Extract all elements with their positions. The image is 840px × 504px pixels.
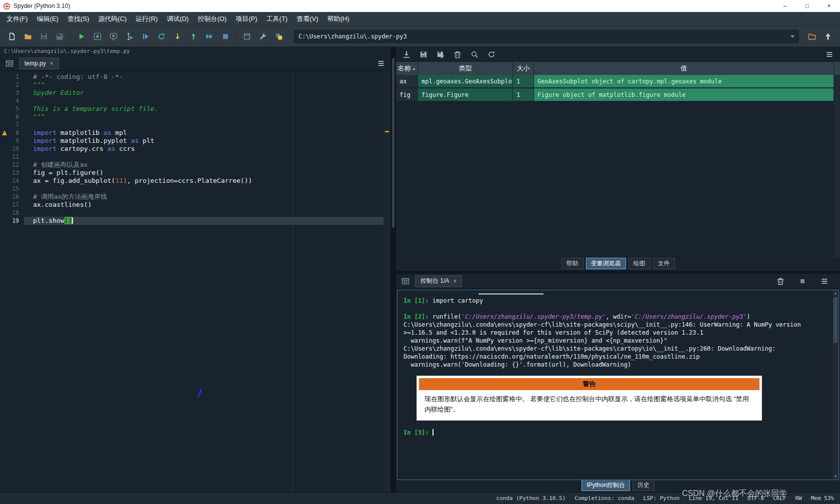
console-options-menu-icon[interactable] — [817, 275, 832, 288]
column-header[interactable]: 大小 — [513, 62, 534, 75]
editor-line[interactable]: 13fig = plt.figure() — [0, 169, 384, 177]
open-file-icon[interactable] — [20, 29, 36, 44]
close-button[interactable]: × — [818, 0, 840, 12]
line-number-gutter[interactable]: 11 — [0, 153, 24, 161]
search-variable-icon[interactable] — [467, 48, 482, 61]
preferences-icon[interactable] — [255, 29, 271, 44]
editor-line[interactable]: 19plt.show() — [0, 217, 384, 225]
save-data-icon[interactable] — [416, 48, 431, 61]
line-number-gutter[interactable]: 15 — [0, 185, 24, 193]
scrollbar-thumb[interactable] — [834, 297, 838, 343]
step-return-icon[interactable] — [186, 29, 202, 44]
variable-type[interactable]: figure.Figure — [418, 88, 513, 101]
line-number-gutter[interactable]: 7 — [0, 121, 24, 129]
line-number-gutter[interactable]: 2 — [0, 81, 24, 89]
plugin-tab[interactable]: 变量浏览器 — [586, 258, 626, 269]
editor-line[interactable]: 10import cartopy.crs as ccrs — [0, 145, 384, 153]
line-number-gutter[interactable]: 12 — [0, 161, 24, 169]
close-console-tab-icon[interactable]: × — [453, 278, 456, 285]
variable-value[interactable]: Figure object of matplotlib.figure modul… — [534, 88, 834, 101]
editor-line[interactable]: 8import matplotlib as mpl — [0, 129, 384, 137]
line-number-gutter[interactable]: 5 — [0, 105, 24, 113]
editor-line[interactable]: 15 — [0, 185, 384, 193]
editor-line[interactable]: 1# -*- coding: utf-8 -*- — [0, 73, 384, 81]
code-editor[interactable]: 1# -*- coding: utf-8 -*-2"""3Spyder Edit… — [0, 71, 390, 492]
save-file-icon[interactable] — [36, 29, 52, 44]
editor-line[interactable]: 9import matplotlib.pyplot as plt — [0, 137, 384, 145]
menu-item[interactable]: 编辑(E) — [32, 12, 63, 26]
run-cell-icon[interactable] — [90, 29, 106, 44]
run-selection-icon[interactable] — [122, 29, 138, 44]
line-number-gutter[interactable]: 9 — [0, 137, 24, 145]
variable-table-scrollbar[interactable] — [834, 62, 840, 258]
line-number-gutter[interactable]: 17 — [0, 201, 24, 209]
menu-item[interactable]: 调试(D) — [162, 12, 193, 26]
console-prompt[interactable]: In [3]: — [404, 429, 832, 437]
variable-size[interactable]: 1 — [513, 88, 534, 101]
line-number-gutter[interactable]: 18 — [0, 209, 24, 217]
new-file-icon[interactable] — [4, 29, 20, 44]
column-header[interactable]: 类型 — [418, 62, 513, 75]
line-number-gutter[interactable]: 14 — [0, 177, 24, 185]
browse-working-directory-icon[interactable] — [804, 29, 820, 44]
column-header[interactable]: 名称▲ — [396, 62, 418, 75]
minimize-button[interactable]: – — [774, 0, 796, 12]
editor-line[interactable]: 7 — [0, 121, 384, 129]
editor-line[interactable]: 18 — [0, 209, 384, 217]
menu-item[interactable]: 工具(T) — [262, 12, 292, 26]
variable-size[interactable]: 1 — [513, 75, 534, 87]
editor-line[interactable]: 11 — [0, 153, 384, 161]
browse-tabs-icon[interactable] — [3, 57, 16, 70]
editor-line[interactable]: 3Spyder Editor — [0, 89, 384, 97]
editor-line[interactable]: 4 — [0, 97, 384, 105]
parent-directory-icon[interactable] — [820, 29, 836, 44]
scroll-up-icon[interactable]: ▲ — [834, 290, 838, 296]
variable-row[interactable]: figfigure.Figure1Figure object of matplo… — [396, 88, 834, 102]
maximize-pane-icon[interactable] — [239, 29, 255, 44]
editor-line[interactable]: 17ax.coastlines() — [0, 201, 384, 209]
line-number-gutter[interactable]: 4 — [0, 97, 24, 105]
save-all-icon[interactable] — [52, 29, 68, 44]
refresh-variables-icon[interactable] — [484, 48, 499, 61]
line-number-gutter[interactable]: 8 — [0, 129, 24, 137]
console-tab[interactable]: 历史 — [632, 480, 654, 491]
menu-item[interactable]: 运行(R) — [131, 12, 162, 26]
editor-line[interactable]: 16# 调用ax的方法画海岸线 — [0, 193, 384, 201]
import-data-icon[interactable] — [399, 48, 414, 61]
menu-item[interactable]: 源代码(C) — [94, 12, 131, 26]
menu-item[interactable]: 帮助(H) — [323, 12, 354, 26]
editor-line[interactable]: 2""" — [0, 81, 384, 89]
plugin-tab[interactable]: 帮助 — [562, 258, 584, 269]
run-cell-advance-icon[interactable] — [106, 29, 122, 44]
continue-execution-icon[interactable] — [202, 29, 218, 44]
run-file-icon[interactable] — [74, 29, 90, 44]
line-number-gutter[interactable]: 3 — [0, 89, 24, 97]
close-tab-icon[interactable]: × — [50, 60, 54, 67]
variable-value[interactable]: GeoAxesSubplot object of cartopy.mpl.geo… — [534, 75, 834, 87]
interrupt-kernel-icon[interactable] — [795, 275, 810, 288]
editor-line[interactable]: 6""" — [0, 113, 384, 121]
variable-explorer-options-menu-icon[interactable] — [822, 48, 837, 61]
ipython-console[interactable]: In [1]: import cartopy In [2]: runfile('… — [397, 290, 839, 480]
menu-item[interactable]: 查找(S) — [63, 12, 94, 26]
working-directory-combobox[interactable]: C:\Users\zhangzilu\.spyder-py3 — [294, 30, 799, 43]
dropdown-arrow-icon[interactable] — [788, 32, 796, 40]
save-data-as-icon[interactable] — [433, 48, 448, 61]
line-number-gutter[interactable]: 6 — [0, 113, 24, 121]
variable-name[interactable]: fig — [396, 88, 418, 101]
menu-item[interactable]: 查看(V) — [292, 12, 322, 26]
python-env-icon[interactable] — [271, 29, 287, 44]
variable-type[interactable]: mpl.geoaxes.GeoAxesSubplot — [418, 75, 513, 87]
vertical-splitter[interactable] — [391, 47, 396, 492]
scroll-flag-area[interactable] — [384, 71, 390, 492]
maximize-button[interactable]: □ — [796, 0, 818, 12]
console-scrollbar[interactable]: ▲ ▼ — [832, 290, 838, 480]
remove-console-icon[interactable] — [773, 275, 788, 288]
variable-row[interactable]: axmpl.geoaxes.GeoAxesSubplot1GeoAxesSubp… — [396, 75, 834, 88]
console-tab[interactable]: 控制台 1/A × — [415, 275, 462, 287]
scroll-down-icon[interactable]: ▼ — [834, 474, 838, 480]
plugin-tab[interactable]: 文件 — [653, 258, 675, 269]
menu-item[interactable]: 控制台(O) — [193, 12, 231, 26]
warning-flag-marker[interactable] — [385, 131, 389, 132]
browse-console-tabs-icon[interactable] — [399, 275, 412, 288]
